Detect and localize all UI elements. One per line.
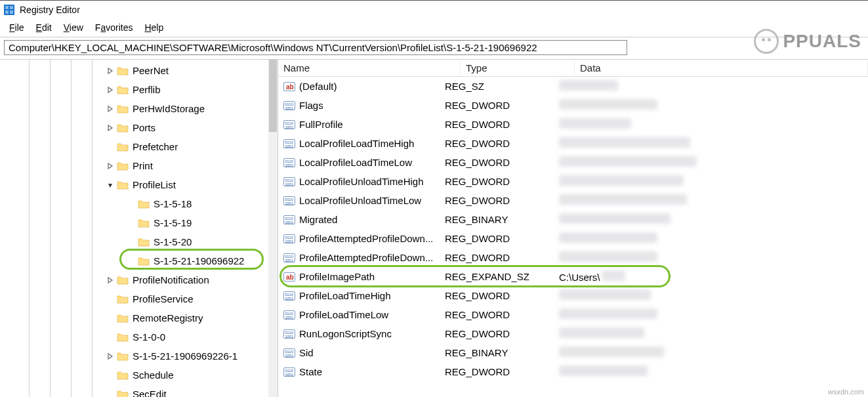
- tree-twisty[interactable]: [105, 106, 115, 112]
- folder-icon: [117, 313, 129, 323]
- binary-value-icon: 0110 1001: [283, 100, 295, 112]
- tree-item-label: S-1-5-20: [154, 236, 192, 247]
- value-name: Sid: [299, 347, 314, 358]
- tree-twisty[interactable]: [105, 68, 115, 74]
- svg-text:1001: 1001: [285, 220, 293, 224]
- tree-item[interactable]: ProfileNotification: [0, 270, 268, 289]
- svg-text:1001: 1001: [285, 354, 293, 358]
- tree-twisty[interactable]: [105, 87, 115, 93]
- binary-value-icon: 0110 1001: [283, 195, 295, 207]
- value-data-blurred: [559, 308, 657, 319]
- tree-item[interactable]: S-1-0-0: [0, 327, 268, 346]
- binary-value-icon: 0110 1001: [283, 328, 295, 340]
- value-row[interactable]: 0110 1001 Flags REG_DWORD: [278, 96, 868, 115]
- tree-twisty[interactable]: [105, 163, 115, 169]
- value-type: REG_EXPAND_SZ: [440, 271, 554, 282]
- folder-icon: [117, 161, 129, 171]
- value-row[interactable]: 0110 1001 LocalProfileUnloadTimeLow REG_…: [278, 191, 868, 210]
- tree-scrollbar[interactable]: [268, 60, 278, 397]
- value-data-blurred: [559, 175, 684, 186]
- binary-value-icon: 0110 1001: [283, 252, 295, 264]
- value-row[interactable]: ab ProfileImagePath REG_EXPAND_SZ C:\Use…: [278, 267, 868, 286]
- value-data-blurred: [559, 99, 657, 110]
- value-type: REG_DWORD: [440, 233, 554, 244]
- value-row[interactable]: 0110 1001 State REG_DWORD: [278, 362, 868, 381]
- folder-icon: [117, 351, 129, 361]
- value-row[interactable]: 0110 1001 LocalProfileLoadTimeHigh REG_D…: [278, 134, 868, 153]
- tree-item[interactable]: Ports: [0, 118, 268, 137]
- tree-scroll-thumb[interactable]: [269, 60, 277, 132]
- value-list-pane: Name Type Data ab (Default) REG_SZ 0110 …: [278, 60, 868, 397]
- folder-icon: [117, 85, 129, 94]
- col-header-type[interactable]: Type: [461, 61, 575, 75]
- menu-favorites[interactable]: Favorites: [90, 21, 138, 34]
- tree-item[interactable]: RemoteRegistry: [0, 308, 268, 327]
- tree-item[interactable]: S-1-5-21-1906969226-1: [0, 346, 268, 366]
- value-row[interactable]: 0110 1001 Migrated REG_BINARY: [278, 210, 868, 229]
- tree-item[interactable]: Print: [0, 156, 268, 175]
- tree-item-label: Schedule: [133, 369, 174, 381]
- binary-value-icon: 0110 1001: [283, 309, 295, 321]
- value-type: REG_DWORD: [440, 366, 554, 377]
- tree-twisty[interactable]: [105, 277, 115, 283]
- menu-file[interactable]: File: [4, 21, 30, 34]
- value-row[interactable]: 0110 1001 LocalProfileUnloadTimeHigh REG…: [278, 172, 868, 191]
- value-row[interactable]: 0110 1001 FullProfile REG_DWORD: [278, 115, 868, 134]
- tree-item[interactable]: PerHwIdStorage: [0, 99, 268, 118]
- value-row[interactable]: 0110 1001 RunLogonScriptSync REG_DWORD: [278, 324, 868, 343]
- col-header-name[interactable]: Name: [278, 61, 461, 75]
- tree-twisty[interactable]: [105, 125, 115, 131]
- tree-item[interactable]: Perflib: [0, 80, 268, 99]
- value-row[interactable]: 0110 1001 ProfileAttemptedProfileDown...…: [278, 229, 868, 248]
- binary-value-icon: 0110 1001: [283, 347, 295, 359]
- tree-item[interactable]: ProfileService: [0, 289, 268, 308]
- value-type: REG_DWORD: [440, 195, 554, 206]
- value-row[interactable]: 0110 1001 ProfileAttemptedProfileDown...…: [278, 248, 868, 267]
- value-type: REG_DWORD: [440, 328, 554, 339]
- svg-text:1001: 1001: [285, 240, 293, 243]
- tree-item[interactable]: PeerNet: [0, 61, 268, 80]
- folder-icon: [117, 123, 129, 133]
- value-name: LocalProfileUnloadTimeHigh: [299, 176, 424, 187]
- svg-text:ab: ab: [286, 83, 294, 91]
- tree-item-label: S-1-5-21-1906969226-1: [133, 350, 238, 362]
- menu-help[interactable]: Help: [139, 21, 169, 34]
- value-type: REG_DWORD: [440, 157, 554, 168]
- value-name: ProfileLoadTimeLow: [299, 309, 388, 320]
- menu-edit[interactable]: Edit: [31, 21, 57, 34]
- tree-item[interactable]: S-1-5-20: [0, 232, 268, 251]
- folder-icon: [138, 218, 150, 228]
- value-type: REG_DWORD: [440, 119, 554, 130]
- value-row[interactable]: 0110 1001 Sid REG_BINARY: [278, 343, 868, 362]
- value-type: REG_SZ: [440, 81, 554, 92]
- tree-item-label: PerHwIdStorage: [133, 103, 205, 114]
- address-bar: [0, 37, 868, 60]
- tree-item[interactable]: ProfileList: [0, 175, 268, 194]
- value-row[interactable]: ab (Default) REG_SZ: [278, 77, 868, 96]
- binary-value-icon: 0110 1001: [283, 119, 295, 131]
- value-row[interactable]: 0110 1001 LocalProfileLoadTimeLow REG_DW…: [278, 153, 868, 172]
- tree-item[interactable]: S-1-5-18: [0, 194, 268, 213]
- tree-item-label: S-1-0-0: [133, 331, 165, 343]
- string-value-icon: ab: [283, 81, 295, 93]
- tree-item[interactable]: Prefetcher: [0, 137, 268, 156]
- tree-item-label: S-1-5-18: [154, 198, 192, 209]
- tree-twisty[interactable]: [105, 353, 115, 360]
- tree-item[interactable]: Schedule: [0, 366, 268, 385]
- tree-item[interactable]: SecEdit: [0, 385, 268, 397]
- col-header-data[interactable]: Data: [575, 61, 868, 75]
- tree-item[interactable]: S-1-5-19: [0, 213, 268, 232]
- value-type: REG_DWORD: [440, 309, 554, 320]
- value-row[interactable]: 0110 1001 ProfileLoadTimeHigh REG_DWORD: [278, 286, 868, 305]
- svg-text:1001: 1001: [285, 163, 293, 167]
- svg-text:1001: 1001: [285, 373, 293, 377]
- address-input[interactable]: [4, 40, 627, 55]
- value-row[interactable]: 0110 1001 ProfileLoadTimeLow REG_DWORD: [278, 305, 868, 324]
- tree-twisty[interactable]: [105, 182, 115, 188]
- folder-icon: [117, 180, 129, 190]
- value-name: FullProfile: [299, 119, 343, 130]
- tree-item-label: Ports: [133, 122, 155, 133]
- svg-rect-3: [5, 10, 9, 14]
- tree-item[interactable]: S-1-5-21-190696922: [0, 251, 268, 270]
- menu-view[interactable]: View: [58, 21, 89, 34]
